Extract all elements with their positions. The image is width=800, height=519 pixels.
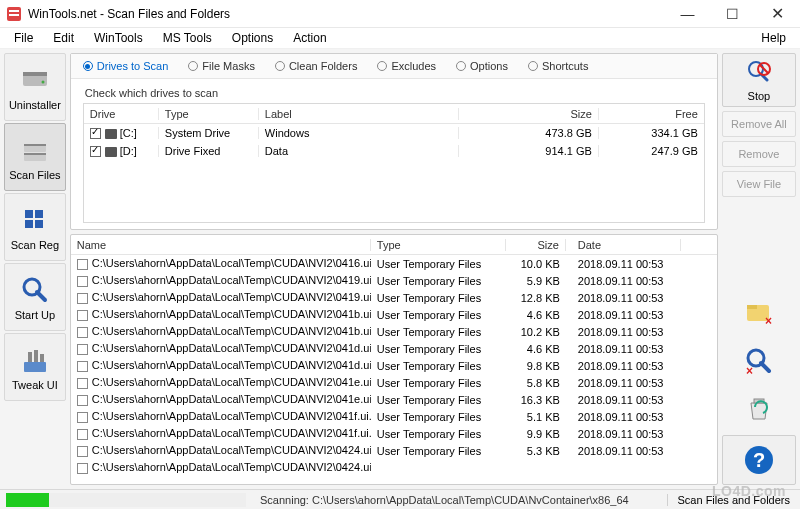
sidebar-item-tweak-ui[interactable]: Tweak UI xyxy=(4,333,66,401)
menu-help[interactable]: Help xyxy=(753,29,794,47)
svg-rect-25 xyxy=(747,305,757,309)
tab-options[interactable]: Options xyxy=(452,58,512,74)
svg-text:?: ? xyxy=(753,449,765,471)
menu-options[interactable]: Options xyxy=(224,29,281,47)
drive-icon xyxy=(105,129,117,139)
checkbox-icon[interactable] xyxy=(77,395,88,406)
help-button[interactable]: ? xyxy=(722,435,796,485)
tab-shortcuts[interactable]: Shortcuts xyxy=(524,58,592,74)
menu-file[interactable]: File xyxy=(6,29,41,47)
menu-action[interactable]: Action xyxy=(285,29,334,47)
result-row[interactable]: C:\Users\ahorn\AppData\Local\Temp\CUDA\N… xyxy=(71,442,717,459)
tab-label: Excludes xyxy=(391,60,436,72)
result-row[interactable]: C:\Users\ahorn\AppData\Local\Temp\CUDA\N… xyxy=(71,425,717,442)
svg-rect-8 xyxy=(24,144,46,146)
col-label[interactable]: Label xyxy=(259,108,459,120)
drive-icon xyxy=(105,147,117,157)
help-icon: ? xyxy=(743,444,775,476)
col-type[interactable]: Type xyxy=(371,239,506,251)
checkbox-icon[interactable] xyxy=(77,293,88,304)
checkbox-icon[interactable] xyxy=(77,429,88,440)
maximize-button[interactable]: ☐ xyxy=(710,0,755,27)
sidebar-item-label: Tweak UI xyxy=(12,379,58,391)
svg-rect-16 xyxy=(24,362,46,372)
statusbar: Scanning: C:\Users\ahorn\AppData\Local\T… xyxy=(0,489,800,509)
menu-mstools[interactable]: MS Tools xyxy=(155,29,220,47)
col-size[interactable]: Size xyxy=(506,239,566,251)
remove-all-button[interactable]: Remove All xyxy=(722,111,796,137)
result-row[interactable]: C:\Users\ahorn\AppData\Local\Temp\CUDA\N… xyxy=(71,408,717,425)
checkbox-icon[interactable] xyxy=(77,344,88,355)
checkbox-icon[interactable] xyxy=(77,446,88,457)
recycle-bin-icon[interactable] xyxy=(722,387,796,431)
result-row[interactable]: C:\Users\ahorn\AppData\Local\Temp\CUDA\N… xyxy=(71,340,717,357)
result-row[interactable]: C:\Users\ahorn\AppData\Local\Temp\CUDA\N… xyxy=(71,374,717,391)
tab-excludes[interactable]: Excludes xyxy=(373,58,440,74)
menu-wintools[interactable]: WinTools xyxy=(86,29,151,47)
drive-row[interactable]: [C:]System DriveWindows473.8 GB334.1 GB xyxy=(84,124,704,142)
stop-button[interactable]: Stop xyxy=(722,53,796,107)
checkbox-icon[interactable] xyxy=(77,361,88,372)
drives-panel: Drives to Scan File Masks Clean Folders … xyxy=(70,53,718,230)
result-row[interactable]: C:\Users\ahorn\AppData\Local\Temp\CUDA\N… xyxy=(71,306,717,323)
col-name[interactable]: Name xyxy=(71,239,371,251)
sidebar-item-uninstaller[interactable]: Uninstaller xyxy=(4,53,66,121)
radio-icon xyxy=(528,61,538,71)
app-icon xyxy=(6,6,22,22)
checkbox-icon[interactable] xyxy=(77,276,88,287)
menu-edit[interactable]: Edit xyxy=(45,29,82,47)
checkbox-icon[interactable] xyxy=(77,327,88,338)
checkbox-icon[interactable] xyxy=(77,259,88,270)
tab-drives-to-scan[interactable]: Drives to Scan xyxy=(79,58,173,74)
sidebar-item-scan-reg[interactable]: Scan Reg xyxy=(4,193,66,261)
sidebar-item-label: Start Up xyxy=(15,309,55,321)
checkbox-icon[interactable] xyxy=(77,310,88,321)
titlebar: WinTools.net - Scan Files and Folders — … xyxy=(0,0,800,28)
result-row[interactable]: C:\Users\ahorn\AppData\Local\Temp\CUDA\N… xyxy=(71,357,717,374)
result-row[interactable]: C:\Users\ahorn\AppData\Local\Temp\CUDA\N… xyxy=(71,289,717,306)
svg-line-28 xyxy=(761,363,769,371)
result-row[interactable]: C:\Users\ahorn\AppData\Local\Temp\CUDA\N… xyxy=(71,459,717,476)
view-file-button[interactable]: View File xyxy=(722,171,796,197)
checkbox-icon[interactable] xyxy=(77,412,88,423)
sidebar-item-label: Scan Reg xyxy=(11,239,59,251)
col-type[interactable]: Type xyxy=(159,108,259,120)
results-panel: Name Type Size Date C:\Users\ahorn\AppDa… xyxy=(70,234,718,485)
sidebar: Uninstaller Scan Files Scan Reg Start Up… xyxy=(4,53,66,485)
results-body[interactable]: C:\Users\ahorn\AppData\Local\Temp\CUDA\N… xyxy=(71,255,717,484)
result-row[interactable]: C:\Users\ahorn\AppData\Local\Temp\CUDA\N… xyxy=(71,323,717,340)
menubar: File Edit WinTools MS Tools Options Acti… xyxy=(0,28,800,49)
radio-icon xyxy=(83,61,93,71)
result-row[interactable]: C:\Users\ahorn\AppData\Local\Temp\CUDA\N… xyxy=(71,272,717,289)
status-mode: Scan Files and Folders xyxy=(667,494,801,506)
remove-button[interactable]: Remove xyxy=(722,141,796,167)
col-drive[interactable]: Drive xyxy=(84,108,159,120)
checkbox-icon[interactable] xyxy=(77,378,88,389)
close-button[interactable]: ✕ xyxy=(755,0,800,27)
sidebar-item-start-up[interactable]: Start Up xyxy=(4,263,66,331)
svg-text:×: × xyxy=(765,314,772,328)
checkbox-icon[interactable] xyxy=(77,463,88,474)
svg-point-5 xyxy=(41,80,44,83)
registry-icon xyxy=(19,204,51,236)
folder-delete-icon[interactable]: × xyxy=(722,291,796,335)
scanning-text: Scanning: C:\Users\ahorn\AppData\Local\T… xyxy=(252,494,637,506)
svg-rect-19 xyxy=(40,354,44,362)
drive-row[interactable]: [D:]Drive FixedData914.1 GB247.9 GB xyxy=(84,142,704,160)
tab-clean-folders[interactable]: Clean Folders xyxy=(271,58,361,74)
col-date[interactable]: Date xyxy=(566,239,681,251)
result-row[interactable]: C:\Users\ahorn\AppData\Local\Temp\CUDA\N… xyxy=(71,391,717,408)
result-row[interactable]: C:\Users\ahorn\AppData\Local\Temp\CUDA\N… xyxy=(71,255,717,272)
svg-text:×: × xyxy=(746,364,753,377)
checkbox-icon[interactable] xyxy=(90,128,101,139)
checkbox-icon[interactable] xyxy=(90,146,101,157)
search-delete-icon[interactable]: × xyxy=(722,339,796,383)
col-free[interactable]: Free xyxy=(599,108,704,120)
minimize-button[interactable]: — xyxy=(665,0,710,27)
drives-list: Drive Type Label Size Free [C:]System Dr… xyxy=(83,103,705,223)
tab-file-masks[interactable]: File Masks xyxy=(184,58,259,74)
search-stop-icon xyxy=(745,58,773,88)
sidebar-item-scan-files[interactable]: Scan Files xyxy=(4,123,66,191)
col-size[interactable]: Size xyxy=(459,108,599,120)
svg-rect-10 xyxy=(25,210,33,218)
